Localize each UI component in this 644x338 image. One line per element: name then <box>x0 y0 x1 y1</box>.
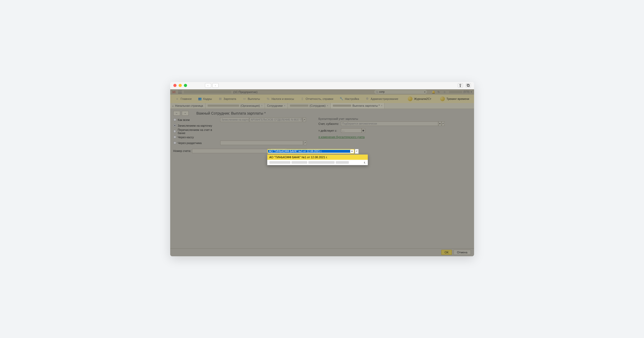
caret-down-icon: ▾ <box>471 90 472 93</box>
wallet-icon: ▭ <box>243 97 246 101</box>
search-input[interactable]: сотр × <box>374 90 427 94</box>
document-icon: ▯ <box>300 97 304 101</box>
accounting-header: Бухгалтерский учет зарплаты <box>319 117 445 120</box>
calendar-icon[interactable]: ▦ <box>361 128 365 133</box>
traffic-lights <box>173 84 187 87</box>
list-icon: ≡ <box>175 97 179 101</box>
tab-current-redacted <box>333 105 351 107</box>
maximize-window-button[interactable] <box>184 84 187 87</box>
journal-icon <box>408 96 412 101</box>
field-open-icon[interactable]: ↗ <box>303 117 306 122</box>
page-title: Важный Сотрудник: Выплата зарплаты * <box>197 111 266 115</box>
effective-date-field[interactable]: . . <box>341 128 361 133</box>
toolbar-reports[interactable]: ▯Отчетность, справки <box>297 97 336 101</box>
app-header: 1C (1С:Предприятие) сотр × 🔔 ↻ ☆ (979) ▾ <box>170 89 474 95</box>
share-icon[interactable]: ⇪ <box>458 83 463 88</box>
dropdown-list: АО "ТИНЬКОФФ БАНК" №1 от 12.08.2021 г. г… <box>267 154 368 165</box>
tab-home[interactable]: ⌂Начальная страница <box>170 103 205 109</box>
dropdown-toggle-icon[interactable]: ▼ <box>350 150 354 153</box>
toolbar-taxes[interactable]: %Налоги и взносы <box>263 97 297 101</box>
redacted-text <box>336 161 349 164</box>
timetrack-icon <box>440 96 445 101</box>
back-button[interactable]: ‹ <box>205 83 211 88</box>
salary-project-selector: АО "ТИНЬКОФФ БАНК" №1 от 12.08.2021 г. ▼… <box>268 149 359 154</box>
user-count: (979) <box>463 90 469 93</box>
tab-org[interactable]: (Организация)× <box>205 103 265 109</box>
effective-label: т действует с: <box>319 129 341 132</box>
radio-cash-label: Через кассу <box>178 136 194 139</box>
bell-icon[interactable]: 🔔 <box>432 90 435 94</box>
close-window-button[interactable] <box>173 84 177 87</box>
nav-buttons: ‹ › <box>205 83 219 88</box>
radio-all[interactable] <box>173 118 176 121</box>
field-open-icon[interactable]: ↗ <box>355 149 359 154</box>
minimize-window-button[interactable] <box>179 84 182 87</box>
search-text: сотр <box>379 90 385 93</box>
forward-button[interactable]: › <box>212 83 219 88</box>
money-icon: ▤ <box>218 97 222 101</box>
redacted-text <box>291 161 307 164</box>
radio-bank[interactable] <box>173 130 176 133</box>
account-label: Счет, субконто: <box>319 122 341 125</box>
toolbar-timetrack[interactable]: Трекинг времени <box>437 96 472 101</box>
account-field[interactable]: Подбирается автоматически <box>341 121 438 126</box>
user-info[interactable]: (979) ▾ <box>449 90 472 93</box>
radio-dist-label: Через раздатчика <box>178 141 202 145</box>
tabs-icon[interactable]: ⧉ <box>466 83 471 88</box>
salary-project-input[interactable]: АО "ТИНЬКОФФ БАНК" №1 от 12.08.2021 г. ▼ <box>268 149 354 154</box>
tab-close-icon[interactable]: × <box>381 104 382 107</box>
tab-employee[interactable]: (Сотрудник)× <box>288 103 331 109</box>
tab-current[interactable]: Выплата зарплаты *× <box>331 103 385 109</box>
username-redacted <box>449 91 462 93</box>
dropdown-option-2[interactable]: г. <box>267 160 368 165</box>
clear-search-icon[interactable]: × <box>424 91 425 93</box>
radio-card-label: Зачислением на карточку <box>178 124 212 127</box>
bank-branch-field[interactable]: АРХАНГЕЛЬСКОЕ ОТДЕЛЕНИЕ N 8637 П <box>250 117 302 122</box>
main-toolbar: ≡Главное 👥Кадры ▤Зарплата ▭Выплаты %Нало… <box>170 95 474 103</box>
tab-employees[interactable]: Сотрудники× <box>265 103 288 109</box>
tab-close-icon[interactable]: × <box>327 104 328 107</box>
field-open-icon[interactable]: ↗ <box>304 141 307 145</box>
tab-org-redacted <box>208 105 239 107</box>
dropdown-icon[interactable]: ▾ <box>438 121 441 126</box>
app-body: 1C (1С:Предприятие) сотр × 🔔 ↻ ☆ (979) ▾ <box>170 89 474 256</box>
nav-forward-button[interactable]: → <box>182 111 189 116</box>
logo-1c: 1C <box>172 90 176 94</box>
header-redacted <box>184 91 231 93</box>
distributor-field[interactable] <box>220 141 303 145</box>
account-number-field[interactable] <box>192 149 271 153</box>
field-open-icon[interactable]: ↗ <box>441 121 445 126</box>
radio-bank-label: Перечислением на счет в банке <box>178 128 220 135</box>
toolbar-admin[interactable]: ⚙Администрирование <box>362 97 401 101</box>
people-icon: 👥 <box>198 97 202 101</box>
percent-icon: % <box>266 97 270 101</box>
redacted-text <box>308 161 335 164</box>
tab-close-icon[interactable]: × <box>284 104 285 107</box>
history-link[interactable]: я изменения бухгалтерского учета <box>319 135 365 139</box>
ok-button[interactable]: ОК <box>441 250 452 255</box>
redacted-text <box>269 161 290 164</box>
tab-close-icon[interactable]: × <box>261 104 263 107</box>
dropdown-option-1[interactable]: АО "ТИНЬКОФФ БАНК" №1 от 12.08.2021 г. <box>267 155 368 160</box>
history-icon[interactable]: ↻ <box>437 90 441 94</box>
toolbar-payouts[interactable]: ▭Выплаты <box>239 97 263 101</box>
cancel-button[interactable]: Отмена <box>454 250 471 255</box>
nav-back-button[interactable]: ← <box>173 111 180 116</box>
menu-icon[interactable] <box>178 91 182 93</box>
card-method-field[interactable]: Зачислением на карточк <box>220 117 249 122</box>
selected-value: АО "ТИНЬКОФФ БАНК" №1 от 12.08.2021 г. <box>268 150 350 153</box>
radio-cash[interactable] <box>173 136 176 139</box>
gear-icon: ⚙ <box>365 97 369 101</box>
toolbar-personnel[interactable]: 👥Кадры <box>195 97 215 101</box>
home-icon: ⌂ <box>172 104 174 107</box>
radio-dist[interactable] <box>173 141 176 144</box>
toolbar-settings[interactable]: 🔧Настройка <box>336 97 362 101</box>
toolbar-main[interactable]: ≡Главное <box>172 97 195 101</box>
footer: ОК Отмена <box>170 248 474 256</box>
star-icon[interactable]: ☆ <box>443 90 446 94</box>
titlebar: ‹ › ⇪ ⧉ <box>170 82 474 89</box>
toolbar-salary[interactable]: ▤Зарплата <box>215 97 239 101</box>
toolbar-journal[interactable]: Журнали2Ст <box>405 96 434 101</box>
radio-card[interactable] <box>173 124 176 127</box>
radio-all-label: Как всем <box>178 118 190 121</box>
